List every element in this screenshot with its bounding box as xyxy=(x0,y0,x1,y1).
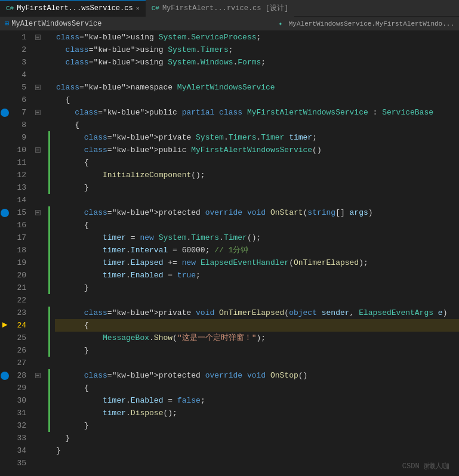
outer-gutter-cell xyxy=(0,181,10,194)
gutter-cell[interactable]: − xyxy=(31,369,44,382)
code-line[interactable]: class="kw-blue">public partial class MyF… xyxy=(55,106,459,119)
indicator-cell xyxy=(44,44,55,56)
code-line[interactable]: class="kw-blue">protected override void … xyxy=(55,369,459,382)
gutter-cell[interactable]: − xyxy=(31,106,44,119)
code-line[interactable]: } xyxy=(55,344,459,357)
code-line[interactable]: timer = new System.Timers.Timer(); xyxy=(55,231,459,244)
code-line[interactable] xyxy=(55,294,459,307)
code-line[interactable]: InitializeComponent(); xyxy=(55,169,459,181)
gutter-cell[interactable]: − xyxy=(31,31,44,44)
outer-gutter-cell xyxy=(0,106,10,119)
collapse-icon[interactable]: − xyxy=(35,147,41,153)
gutter-cell xyxy=(31,131,44,144)
outer-icon-bookmark3[interactable] xyxy=(1,372,9,380)
code-line[interactable]: class="kw-blue">using System.Timers; xyxy=(55,44,459,56)
outer-gutter-cell xyxy=(0,332,10,344)
code-line[interactable]: class="kw-blue">public MyFirstAlertWindo… xyxy=(55,144,459,156)
code-line[interactable]: class="kw-blue">private void OnTimerElap… xyxy=(55,307,459,319)
collapse-icon[interactable]: − xyxy=(35,85,41,90)
collapse-icon[interactable]: − xyxy=(35,110,41,115)
line-number: 18 xyxy=(10,244,31,256)
code-line[interactable]: { xyxy=(55,156,459,169)
collapse-icon[interactable]: − xyxy=(35,373,41,378)
code-line[interactable]: } xyxy=(55,444,459,457)
gutter-cell xyxy=(31,94,44,106)
code-line[interactable]: timer.Interval = 60000; // 1分钟 xyxy=(55,244,459,256)
outer-icon-bookmark2[interactable] xyxy=(1,209,9,217)
outer-gutter-cell xyxy=(0,407,10,419)
code-line[interactable] xyxy=(55,457,459,469)
gutter-cell[interactable]: − xyxy=(31,206,44,219)
tab-close-active[interactable]: ✕ xyxy=(136,5,140,12)
line-number: 30 xyxy=(10,394,31,407)
code-line[interactable]: class="kw-blue">using System.Windows.For… xyxy=(55,56,459,69)
code-line[interactable]: { xyxy=(55,382,459,394)
watermark: CSDN @懒人咖 xyxy=(402,461,449,471)
gutter-cell[interactable]: − xyxy=(31,81,44,94)
gutter-cell xyxy=(31,282,44,294)
indicator-cell xyxy=(48,419,50,432)
breadcrumb-right-icon: ✦ xyxy=(279,20,283,27)
gutter-cell xyxy=(31,307,44,319)
outer-icon-bookmark[interactable] xyxy=(1,109,9,117)
code-line[interactable]: timer.Enabled = false; xyxy=(55,394,459,407)
outer-gutter-cell xyxy=(0,231,10,244)
gutter-cell[interactable]: − xyxy=(31,144,44,156)
gutter-cell xyxy=(31,244,44,256)
line-number: 2 xyxy=(10,44,31,56)
gutter-cell xyxy=(31,69,44,81)
indicator-cell xyxy=(44,56,55,69)
code-line[interactable]: } xyxy=(55,432,459,444)
gutter-cell xyxy=(31,156,44,169)
indicator-col xyxy=(44,31,55,476)
indicator-cell xyxy=(48,369,50,382)
collapse-gutter: −−−−−− xyxy=(31,31,44,476)
code-col[interactable]: class="kw-blue">using System.ServiceProc… xyxy=(55,31,459,476)
indicator-cell xyxy=(48,206,50,219)
tab-label-2: MyFirstAlert...rvice.cs [设计] xyxy=(162,3,288,13)
gutter-cell xyxy=(31,194,44,206)
code-line[interactable]: } xyxy=(55,181,459,194)
outer-gutter-cell xyxy=(0,44,10,56)
line-number: 24 xyxy=(10,319,31,332)
collapse-icon[interactable]: − xyxy=(35,210,41,215)
code-line[interactable]: class="kw-blue">namespace MyAlertWindows… xyxy=(55,81,459,94)
code-line[interactable]: class="kw-blue">private System.Timers.Ti… xyxy=(55,131,459,144)
line-number: 13 xyxy=(10,181,31,194)
outer-gutter-cell xyxy=(0,282,10,294)
outer-gutter-cell xyxy=(0,131,10,144)
code-line[interactable]: timer.Enabled = true; xyxy=(55,269,459,282)
code-line[interactable]: timer.Elapsed += new ElapsedEventHandler… xyxy=(55,256,459,269)
gutter-cell xyxy=(31,231,44,244)
indicator-cell xyxy=(48,156,50,169)
code-line[interactable]: } xyxy=(55,282,459,294)
outer-gutter-cell xyxy=(0,269,10,282)
gutter-cell xyxy=(31,394,44,407)
code-line[interactable] xyxy=(55,69,459,81)
indicator-cell xyxy=(48,256,50,269)
code-line[interactable]: class="kw-blue">using System.ServiceProc… xyxy=(55,31,459,44)
code-line[interactable]: { xyxy=(55,219,459,231)
outer-gutter-cell xyxy=(0,144,10,156)
code-line[interactable]: MessageBox.Show("这是一个定时弹窗！"); xyxy=(55,332,459,344)
line-number: 28 xyxy=(10,369,31,382)
code-line[interactable]: { xyxy=(55,94,459,106)
gutter-cell xyxy=(31,256,44,269)
outer-gutter-cell xyxy=(0,194,10,206)
line-number: 27 xyxy=(10,357,31,369)
collapse-icon[interactable]: − xyxy=(35,35,41,40)
tab-inactive[interactable]: C# MyFirstAlert...rvice.cs [设计] xyxy=(146,0,294,17)
indicator-cell xyxy=(48,344,50,357)
code-line[interactable]: { xyxy=(55,319,459,332)
code-line[interactable]: } xyxy=(55,419,459,432)
code-line[interactable]: class="kw-blue">protected override void … xyxy=(55,206,459,219)
tab-active[interactable]: C# MyFirstAlert...wsService.cs ✕ xyxy=(0,0,146,17)
code-line[interactable]: timer.Dispose(); xyxy=(55,407,459,419)
outer-gutter-cell xyxy=(0,256,10,269)
code-line[interactable] xyxy=(55,194,459,206)
code-line[interactable]: { xyxy=(55,119,459,131)
indicator-cell xyxy=(44,194,55,206)
line-number: 23 xyxy=(10,307,31,319)
indicator-cell xyxy=(48,169,50,181)
code-line[interactable] xyxy=(55,357,459,369)
